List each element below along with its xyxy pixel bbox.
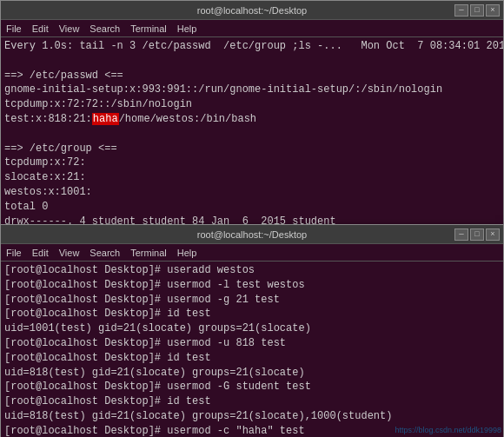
t2-line-1: [root@localhost Desktop]# usermod -l tes…: [4, 278, 500, 293]
menu-edit-2[interactable]: Edit: [30, 248, 50, 258]
terminal-body-2: [root@localhost Desktop]# useradd westos…: [1, 262, 503, 437]
line-2: ==> /etc/passwd <==: [4, 69, 500, 83]
title-2: root@localhost:~/Desktop: [197, 229, 307, 240]
menu-terminal-2[interactable]: Terminal: [129, 248, 169, 258]
line-10: westos:x:1001:: [4, 185, 500, 200]
maximize-btn-2[interactable]: □: [470, 228, 484, 241]
t2-line-0: [root@localhost Desktop]# useradd westos: [4, 263, 500, 278]
menubar-2: File Edit View Search Terminal Help: [1, 244, 503, 262]
terminal-body-1: Every 1.0s: tail -n 3 /etc/passwd /etc/g…: [1, 37, 503, 245]
menu-terminal-1[interactable]: Terminal: [129, 23, 169, 34]
t2-line-6: [root@localhost Desktop]# id test: [4, 351, 500, 366]
menubar-1: File Edit View Search Terminal Help: [1, 20, 503, 37]
close-btn-1[interactable]: ×: [486, 4, 500, 17]
minimize-btn-1[interactable]: ─: [454, 4, 468, 17]
t2-line-9: [root@localhost Desktop]# id test: [4, 394, 500, 409]
highlight-haha: haha: [92, 113, 119, 125]
close-btn-2[interactable]: ×: [486, 228, 500, 241]
menu-help-2[interactable]: Help: [176, 248, 199, 258]
minimize-btn-2[interactable]: ─: [454, 228, 468, 241]
t2-line-2: [root@localhost Desktop]# usermod -g 21 …: [4, 293, 500, 308]
menu-view-1[interactable]: View: [57, 23, 82, 34]
titlebar-1: root@localhost:~/Desktop ─ □ ×: [1, 1, 503, 20]
t2-line-8: [root@localhost Desktop]# usermod -G stu…: [4, 380, 500, 394]
t2-line-4: uid=1001(test) gid=21(slocate) groups=21…: [4, 321, 500, 336]
line-3: gnome-initial-setup:x:993:991::/run/gnom…: [4, 83, 500, 97]
line-8: tcpdump:x:72:: [4, 156, 500, 170]
line-blank-2: [4, 127, 500, 142]
t2-line-10: uid=818(test) gid=21(slocate) groups=21(…: [4, 409, 500, 424]
menu-search-1[interactable]: Search: [88, 23, 122, 34]
menu-search-2[interactable]: Search: [88, 248, 122, 258]
menu-view-2[interactable]: View: [57, 248, 82, 258]
t2-line-3: [root@localhost Desktop]# id test: [4, 307, 500, 321]
terminal-window-1: root@localhost:~/Desktop ─ □ × File Edit…: [0, 0, 504, 224]
menu-file-2[interactable]: File: [4, 248, 23, 258]
line-5: test:x:818:21:haha/home/westos:/bin/bash: [4, 112, 500, 127]
menu-help-1[interactable]: Help: [176, 23, 199, 34]
maximize-btn-1[interactable]: □: [470, 4, 484, 17]
line-9: slocate:x:21:: [4, 170, 500, 185]
window-controls-2[interactable]: ─ □ ×: [454, 228, 500, 241]
menu-edit-1[interactable]: Edit: [30, 23, 50, 34]
line-4: tcpdump:x:72:72::/sbin/nologin: [4, 97, 500, 112]
terminal-window-2: root@localhost:~/Desktop ─ □ × File Edit…: [0, 224, 504, 437]
t2-line-5: [root@localhost Desktop]# usermod -u 818…: [4, 336, 500, 351]
t2-line-7: uid=818(test) gid=21(slocate) groups=21(…: [4, 366, 500, 381]
title-1: root@localhost:~/Desktop: [197, 5, 307, 16]
titlebar-2: root@localhost:~/Desktop ─ □ ×: [1, 225, 503, 244]
line-11: total 0: [4, 200, 500, 215]
line-0: Every 1.0s: tail -n 3 /etc/passwd /etc/g…: [4, 39, 500, 54]
window-controls-1[interactable]: ─ □ ×: [454, 4, 500, 17]
menu-file-1[interactable]: File: [4, 23, 23, 34]
line-blank-1: [4, 54, 500, 69]
line-7: ==> /etc/group <==: [4, 142, 500, 156]
watermark: https://blog.csdn.net/ddk19998: [395, 426, 501, 434]
